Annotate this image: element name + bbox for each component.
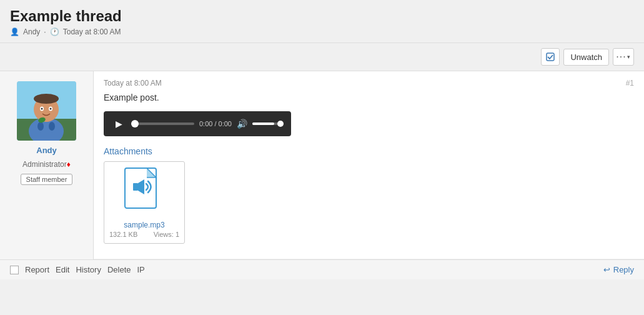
attachment-name: sample.mp3: [109, 221, 179, 229]
attachment-size: 132.1 KB: [109, 231, 137, 238]
reply-arrow-icon: ↩: [603, 265, 610, 274]
volume-icon[interactable]: 🔊: [237, 119, 247, 129]
svg-rect-0: [547, 53, 554, 61]
meta-time: Today at 8:00 AM: [63, 28, 121, 36]
play-button[interactable]: ▶: [111, 116, 126, 131]
post-body: Today at 8:00 AM #1 Example post. ▶ 0:00…: [94, 71, 644, 259]
report-link[interactable]: Report: [25, 265, 49, 274]
user-role: Administrator♦: [22, 160, 71, 169]
watch-check-button[interactable]: [541, 48, 560, 66]
progress-track[interactable]: [131, 122, 194, 125]
username: Andy: [36, 146, 57, 155]
post-row: Andy Administrator♦ Staff member Today a…: [0, 71, 644, 259]
svg-point-10: [41, 108, 43, 110]
user-badge: Staff member: [21, 174, 73, 185]
post-text: Example post.: [104, 92, 634, 102]
mp3-file-icon: [122, 167, 166, 217]
attachments-title: Attachments: [104, 146, 634, 156]
chevron-down-icon: ▾: [627, 54, 631, 60]
select-post-checkbox[interactable]: [10, 266, 19, 274]
edit-link[interactable]: Edit: [56, 265, 69, 274]
total-time: 0:00: [219, 120, 232, 128]
attachment-card[interactable]: sample.mp3 132.1 KB Views: 1: [104, 161, 185, 244]
page-meta: 👤 Andy · 🕐 Today at 8:00 AM: [10, 28, 634, 36]
progress-thumb: [131, 120, 139, 128]
svg-rect-14: [133, 183, 138, 191]
toolbar: Unwatch ··· ▾: [0, 43, 644, 71]
svg-point-11: [50, 108, 52, 110]
post-actions: Report Edit History Delete IP ↩ Reply: [0, 259, 644, 279]
post-number: #1: [626, 79, 634, 88]
dots-icon: ···: [616, 51, 626, 62]
unwatch-label: Unwatch: [570, 52, 602, 62]
volume-track[interactable]: [252, 122, 284, 125]
page-title: Example thread: [10, 8, 634, 25]
meta-author: Andy: [23, 28, 40, 36]
reply-button[interactable]: ↩ Reply: [603, 265, 634, 274]
ip-link[interactable]: IP: [137, 265, 144, 274]
page-header: Example thread 👤 Andy · 🕐 Today at 8:00 …: [0, 0, 644, 43]
time-display: 0:00 / 0:00: [199, 120, 232, 128]
audio-player: ▶ 0:00 / 0:00 🔊: [104, 111, 291, 136]
avatar-image: [17, 81, 76, 141]
svg-point-7: [34, 94, 59, 104]
delete-link[interactable]: Delete: [107, 265, 131, 274]
check-icon: [546, 52, 555, 61]
file-icon: [122, 167, 166, 217]
meta-separator: ·: [44, 28, 46, 36]
svg-point-5: [49, 122, 55, 131]
avatar: [17, 81, 76, 141]
svg-point-4: [37, 122, 44, 131]
more-options-button[interactable]: ··· ▾: [613, 48, 634, 66]
actions-left: Report Edit History Delete IP: [10, 265, 145, 274]
attachments-section: Attachments: [104, 146, 634, 244]
post-meta-row: Today at 8:00 AM #1: [104, 79, 634, 88]
post-container: Andy Administrator♦ Staff member Today a…: [0, 71, 644, 279]
reply-label: Reply: [613, 265, 634, 274]
history-link[interactable]: History: [76, 265, 101, 274]
post-sidebar: Andy Administrator♦ Staff member: [0, 71, 94, 259]
unwatch-button[interactable]: Unwatch: [563, 49, 609, 66]
volume-thumb: [277, 121, 284, 127]
clock-icon: 🕐: [50, 28, 59, 36]
page-wrapper: Example thread 👤 Andy · 🕐 Today at 8:00 …: [0, 0, 644, 315]
volume-fill: [252, 122, 274, 125]
attachment-views: Views: 1: [154, 231, 179, 238]
person-icon: 👤: [10, 28, 19, 36]
attachment-meta: 132.1 KB Views: 1: [109, 231, 179, 238]
current-time: 0:00: [199, 120, 212, 128]
post-timestamp: Today at 8:00 AM: [104, 79, 162, 88]
